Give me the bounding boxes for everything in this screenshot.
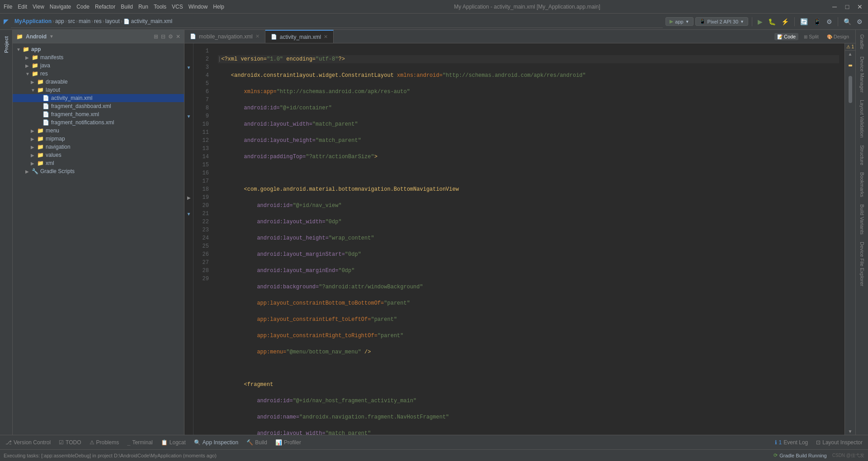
run-button[interactable]: ▶ [756,17,764,26]
gradle-build-status[interactable]: ⟳ Gradle Build Running [774,452,827,458]
tree-item-manifests[interactable]: ▶ 📁 manifests [13,53,184,61]
scroll-up-button[interactable]: ▲ [847,51,854,57]
terminal-tab[interactable]: _ Terminal [123,438,156,447]
avd-manager-button[interactable]: 📱 [811,17,823,26]
tree-item-fragment-notifications[interactable]: 📄 fragment_notifications.xml [13,118,184,127]
structure-tab[interactable]: Structure [859,142,866,168]
maximize-button[interactable]: □ [843,3,852,10]
hide-icon[interactable]: ✕ [176,33,180,40]
tree-item-layout[interactable]: ▼ 📁 layout [13,86,184,94]
tree-item-fragment-home[interactable]: 📄 fragment_home.xml [13,110,184,118]
collapse-all-icon[interactable]: ⊟ [161,33,165,40]
tree-item-gradle-scripts[interactable]: ▶ 🔧 Gradle Scripts [13,167,184,175]
menu-help[interactable]: Help [213,4,224,10]
code-mode-button[interactable]: 📝 Code [774,33,798,40]
menu-edit[interactable]: Edit [18,4,27,10]
tree-item-java[interactable]: ▶ 📁 java [13,61,184,70]
menu-window[interactable]: Window [189,4,208,10]
breadcrumb-layout[interactable]: layout [105,18,120,24]
fold-icon-21[interactable]: ▼ [187,212,191,216]
attach-debugger-button[interactable]: ⚡ [779,17,791,26]
version-control-tab[interactable]: ⎇ Version Control [2,438,54,447]
close-tab-activity-main[interactable]: ✕ [324,34,328,40]
close-tab-mobile-nav[interactable]: ✕ [255,33,259,39]
breadcrumb-src[interactable]: src [68,18,75,24]
breadcrumb-myapplication[interactable]: MyApplication [14,18,52,24]
tree-item-menu[interactable]: ▶ 📁 menu [13,127,184,135]
device-file-explorer-tab[interactable]: Device File Explorer [859,239,866,289]
menu-refactor[interactable]: Refactor [95,4,115,10]
settings-icon[interactable]: ⚙ [168,33,173,40]
menu-run[interactable]: Run [138,4,148,10]
tree-item-res[interactable]: ▼ 📁 res [13,70,184,78]
fold-icon-2[interactable]: ▼ [187,65,191,70]
scrollbar-thumb[interactable] [849,76,852,103]
project-tree: ▼ 📁 app ▶ 📁 manifests ▶ 📁 java ▼ 📁 res [13,43,184,435]
menu-view[interactable]: View [33,4,44,10]
build-tab[interactable]: 🔨 Build [243,438,271,447]
device-selector[interactable]: 📱 Pixel 2 API 30 ▼ [695,17,748,26]
run-config-selector[interactable]: ▶ app ▼ [665,17,693,26]
sdk-manager-button[interactable]: ⚙ [825,17,834,26]
warning-badge[interactable]: ⚠ 1 [845,43,855,51]
breadcrumb-app[interactable]: app [55,18,64,24]
tree-item-app[interactable]: ▼ 📁 app [13,45,184,53]
code-line-6: android:layout_height="match_parent" [218,136,839,145]
code-line-1: |<?xml version="1.0" encoding="utf-8"?> [218,55,839,63]
breadcrumb: MyApplication › app › src › main › res ›… [11,15,663,28]
fold-icon-9[interactable]: ▼ [187,114,191,119]
logcat-tab[interactable]: 📋 Logcat [157,438,189,447]
menu-navigate[interactable]: Navigate [50,4,71,10]
expand-all-icon[interactable]: ⊞ [154,33,158,40]
project-panel-icon[interactable]: Project [3,33,10,56]
settings-button[interactable]: ⚙ [855,17,864,26]
code-gutter: ▼ ▼ ▶ [184,43,193,435]
menu-vcs[interactable]: VCS [172,4,183,10]
title-bar-left: File Edit View Navigate Code Refactor Bu… [4,4,224,10]
menu-build[interactable]: Build [121,4,133,10]
scroll-down-button[interactable]: ▼ [847,428,854,435]
build-variants-tab[interactable]: Build Variants [859,202,866,237]
sync-project-button[interactable]: 🔄 [798,17,810,26]
tree-item-fragment-dashboard[interactable]: 📄 fragment_dashboard.xml [13,102,184,110]
breadcrumb-file[interactable]: 📄 activity_main.xml [123,18,172,24]
minimize-button[interactable]: ─ [830,3,839,10]
app-inspection-icon: 🔍 [194,439,201,446]
tree-item-navigation[interactable]: ▶ 📁 navigation [13,143,184,151]
breadcrumb-main[interactable]: main [79,18,90,24]
design-mode-button[interactable]: 🎨 Design [824,33,852,40]
profiler-tab[interactable]: 📊 Profiler [272,438,305,447]
breadcrumb-res[interactable]: res [94,18,102,24]
status-bar-left: Executing tasks: [:app:assembleDebug] in… [4,453,217,458]
menu-tools[interactable]: Tools [154,4,166,10]
search-everywhere-button[interactable]: 🔍 [842,17,853,26]
menu-code[interactable]: Code [76,4,90,10]
tree-item-activity-main[interactable]: 📄 activity_main.xml [13,94,184,102]
tab-mobile-navigation[interactable]: 📄 mobile_navigation.xml ✕ [184,30,265,43]
gradle-tab[interactable]: Gradle [859,32,866,52]
tree-item-values[interactable]: ▶ 📁 values [13,151,184,159]
event-log-button[interactable]: ℹ 1 Event Log [771,438,812,447]
code-line-9: <com.google.android.material.bottomnavig… [218,185,839,193]
project-icon: ◤ [4,18,8,25]
problems-tab[interactable]: ⚠ Problems [86,438,123,447]
bookmarks-tab[interactable]: Bookmarks [859,169,866,200]
code-editor-content[interactable]: |<?xml version="1.0" encoding="utf-8"?> … [212,43,844,435]
fold-icon-19[interactable]: ▶ [187,195,191,200]
tree-item-drawable[interactable]: ▶ 📁 drawable [13,78,184,86]
tab-activity-main[interactable]: 📄 activity_main.xml ✕ [265,30,334,43]
tree-item-xml[interactable]: ▶ 📁 xml [13,159,184,167]
scrollbar-track[interactable] [849,57,852,428]
layout-validation-tab[interactable]: Layout Validation [859,97,866,141]
todo-tab[interactable]: ☑ TODO [55,438,85,447]
code-line-24: android:layout_width="match_parent" [218,429,839,435]
device-manager-tab[interactable]: Device Manager [859,54,866,95]
close-button[interactable]: ✕ [855,3,864,10]
debug-button[interactable]: 🐛 [766,17,778,26]
layout-inspector-button[interactable]: ⊡ Layout Inspector [812,438,866,447]
tree-item-mipmap[interactable]: ▶ 📁 mipmap [13,135,184,143]
split-mode-button[interactable]: ⊞ Split [801,33,821,40]
code-line-22: android:id="@+id/nav_host_fragment_activ… [218,397,839,405]
app-inspection-tab[interactable]: 🔍 App Inspection [190,438,242,447]
menu-file[interactable]: File [4,4,12,10]
